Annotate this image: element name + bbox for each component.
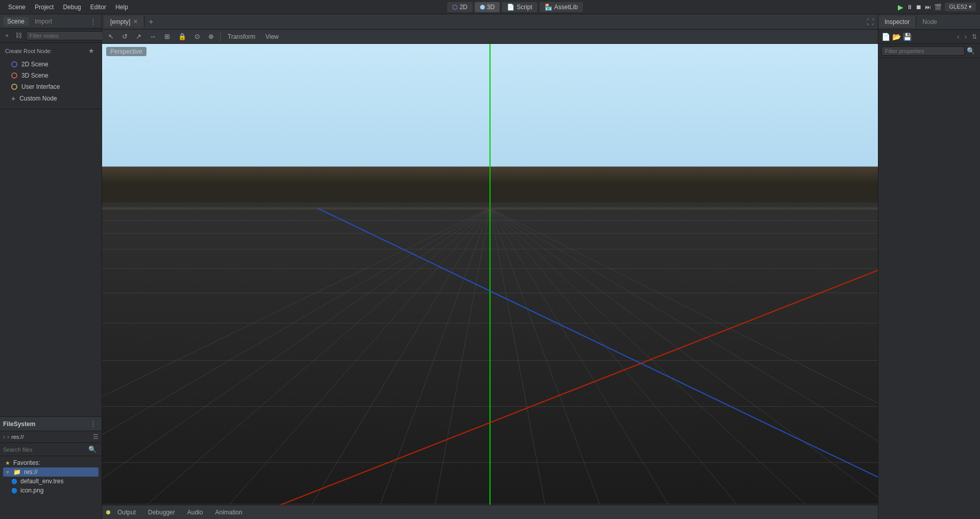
output-status-dot: [106, 510, 110, 514]
snap-tool-icon[interactable]: ⊞: [161, 31, 173, 42]
audio-tab[interactable]: Audio: [182, 507, 208, 517]
viewport[interactable]: Perspective: [102, 44, 878, 505]
fs-title: FileSystem: [3, 421, 35, 428]
left-panel: Scene Import ⋮ + ⛓ 🔍 Create Root Node: ★: [0, 14, 102, 519]
scene-header-icons: ⋮: [88, 16, 99, 26]
editor-tab-close-icon[interactable]: ✕: [133, 18, 138, 25]
script-icon: 📄: [507, 4, 514, 11]
node-ui-label: User Interface: [21, 83, 60, 90]
editor-tab-bar: [empty] ✕ + ⛶: [102, 14, 878, 30]
fs-search: 🔍: [0, 443, 102, 456]
debugger-tab[interactable]: Debugger: [143, 507, 180, 517]
fs-folder-arrow: ▼: [5, 469, 10, 475]
import-tab[interactable]: Import: [31, 17, 56, 26]
mode-script-button[interactable]: 📄 Script: [502, 2, 537, 12]
extra-tool-icon[interactable]: ⊕: [205, 31, 217, 42]
rotate-tool-icon[interactable]: ↺: [119, 31, 131, 42]
fs-options-icon[interactable]: ⋮: [88, 419, 99, 429]
fs-forward-icon[interactable]: ›: [7, 433, 9, 440]
open-scene-icon[interactable]: 📂: [892, 33, 901, 41]
step-button[interactable]: ⏭: [925, 4, 931, 11]
menu-bar: Scene Project Debug Editor Help ⬡ 2D ⬢ 3…: [0, 0, 980, 14]
favorite-icon[interactable]: ★: [86, 46, 96, 56]
view-label[interactable]: View: [261, 32, 283, 42]
right-panel: Inspector Node 📄 📂 💾 ‹ › ⇅ 🔍: [878, 14, 980, 519]
node-custom[interactable]: + Custom Node: [5, 92, 96, 105]
menu-scene[interactable]: Scene: [4, 2, 30, 12]
node-2d-label: 2D Scene: [21, 61, 48, 68]
fs-favorites: ★ Favorites:: [3, 458, 99, 467]
camera-tool-icon[interactable]: ⊙: [191, 31, 203, 42]
fs-res-label: res://: [24, 468, 38, 476]
play-button[interactable]: ▶: [898, 3, 903, 11]
mode-buttons: ⬡ 2D ⬢ 3D 📄 Script 🏪 AssetLib: [132, 2, 898, 12]
mode-3d-button[interactable]: ⬢ 3D: [475, 2, 500, 12]
menu-help[interactable]: Help: [111, 2, 132, 12]
link-node-icon[interactable]: ⛓: [13, 31, 24, 40]
fs-icon-png[interactable]: 🔵 icon.png: [3, 486, 99, 495]
scene-panel-header: Scene Import ⋮: [0, 14, 102, 29]
move-tool-icon[interactable]: ↗: [133, 31, 144, 42]
output-tab[interactable]: Output: [112, 507, 141, 517]
viewport-toolbar: ↖ ↺ ↗ ↔ ⊞ 🔒 ⊙ ⊕ Transform View: [102, 30, 878, 44]
fs-layout-icon[interactable]: ☰: [93, 433, 99, 440]
scene-options-icon[interactable]: ⋮: [88, 16, 99, 26]
add-tab-icon[interactable]: +: [144, 15, 157, 29]
renderer-selector[interactable]: GLES2 ▾: [945, 3, 976, 11]
menu-bar-left: Scene Project Debug Editor Help: [4, 2, 132, 12]
node-custom-label: Custom Node: [19, 95, 57, 102]
fs-tres-icon: 🔵: [11, 479, 17, 484]
scene-panel: Scene Import ⋮ + ⛓ 🔍 Create Root Node: ★: [0, 14, 102, 417]
filter-search-icon[interactable]: 🔍: [965, 46, 977, 56]
save-scene-icon[interactable]: 💾: [903, 33, 912, 41]
menu-project[interactable]: Project: [31, 2, 58, 12]
node-ui[interactable]: User Interface: [5, 81, 96, 92]
menu-debug[interactable]: Debug: [59, 2, 85, 12]
fs-default-env[interactable]: 🔵 default_env.tres: [3, 477, 99, 486]
menu-editor[interactable]: Editor: [86, 2, 110, 12]
inspector-prev-icon[interactable]: ‹: [955, 32, 961, 41]
3d-icon: ⬢: [480, 4, 485, 11]
fs-res-folder[interactable]: ▼ 📁 res://: [3, 467, 99, 477]
inspector-toolbar: 📄 📂 💾 ‹ › ⇅: [878, 30, 980, 44]
add-node-icon[interactable]: +: [3, 31, 11, 40]
mode-assetlib-button[interactable]: 🏪 AssetLib: [540, 2, 583, 12]
mode-2d-button[interactable]: ⬡ 2D: [447, 2, 472, 12]
favorites-star-icon: ★: [5, 460, 10, 466]
node-custom-icon: +: [11, 94, 15, 103]
filter-nodes-input[interactable]: [26, 31, 104, 40]
inspector-tab[interactable]: Inspector: [878, 16, 916, 28]
create-root-header: Create Root Node: ★: [5, 46, 96, 56]
node-2d-scene[interactable]: 2D Scene: [5, 59, 96, 70]
editor-tab-empty[interactable]: [empty] ✕: [104, 16, 144, 28]
pause-button[interactable]: ⏸: [906, 4, 913, 11]
fs-search-input[interactable]: [3, 447, 86, 453]
toolbar-separator: [220, 32, 220, 41]
scale-tool-icon[interactable]: ↔: [146, 31, 159, 42]
create-root-label: Create Root Node:: [5, 48, 52, 54]
animation-tab[interactable]: Animation: [210, 507, 247, 517]
create-root-section: Create Root Node: ★ 2D Scene 3D Scene Us…: [0, 43, 102, 109]
mode-assetlib-label: AssetLib: [554, 4, 578, 11]
fs-back-icon[interactable]: ‹: [3, 433, 5, 440]
movie-button[interactable]: 🎬: [934, 4, 942, 11]
fs-search-icon[interactable]: 🔍: [86, 444, 99, 454]
node-2d-icon: [11, 61, 17, 67]
node-tab[interactable]: Node: [916, 16, 943, 28]
mode-script-label: Script: [517, 4, 532, 11]
scene-tab[interactable]: Scene: [3, 17, 29, 26]
inspector-next-icon[interactable]: ›: [963, 32, 969, 41]
new-scene-icon[interactable]: 📄: [881, 33, 890, 41]
node-3d-scene[interactable]: 3D Scene: [5, 70, 96, 81]
inspector-sort-icon[interactable]: ⇅: [972, 33, 977, 40]
viewport-canvas: [102, 44, 878, 505]
select-tool-icon[interactable]: ↖: [105, 31, 117, 42]
perspective-label: Perspective: [106, 47, 146, 56]
fullscreen-icon[interactable]: ⛶: [863, 16, 878, 28]
mode-3d-label: 3D: [487, 4, 495, 11]
main-layout: Scene Import ⋮ + ⛓ 🔍 Create Root Node: ★: [0, 14, 980, 519]
transform-label[interactable]: Transform: [224, 32, 259, 42]
stop-button[interactable]: ⏹: [916, 4, 922, 11]
filter-properties-input[interactable]: [881, 46, 965, 56]
lock-tool-icon[interactable]: 🔒: [175, 31, 189, 42]
